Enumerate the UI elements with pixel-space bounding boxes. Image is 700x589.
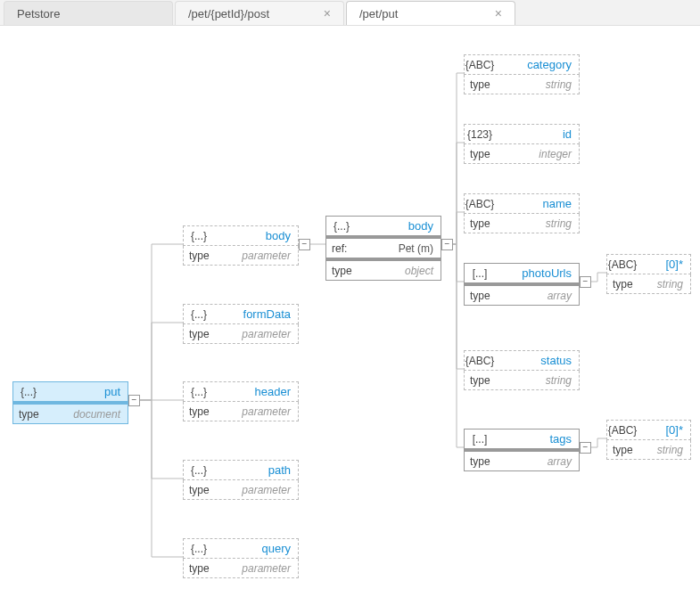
array-icon: [...] <box>465 433 495 446</box>
node-body-param[interactable]: {...}body typeparameter <box>183 225 299 266</box>
type-label: type <box>13 408 49 421</box>
node-path[interactable]: {...}path typeparameter <box>183 460 299 500</box>
braces-icon: {...} <box>184 308 214 321</box>
type-value: string <box>500 374 579 387</box>
abc-icon: {ABC} <box>607 424 638 437</box>
collapse-toggle[interactable]: − <box>580 276 591 288</box>
node-title: id <box>495 127 579 141</box>
node-title: put <box>44 385 128 398</box>
node-put[interactable]: {...}put typedocument <box>12 381 128 424</box>
type-value: parameter <box>219 328 298 340</box>
node-header[interactable]: {...}header typeparameter <box>183 381 299 421</box>
type-value: array <box>500 290 579 302</box>
abc-icon: {ABC} <box>607 258 638 271</box>
type-label: type <box>607 444 643 456</box>
collapse-toggle[interactable]: − <box>580 442 591 454</box>
type-label: type <box>184 328 219 340</box>
braces-icon: {...} <box>184 386 214 398</box>
collapse-toggle[interactable]: − <box>299 239 310 250</box>
collapse-toggle[interactable]: − <box>441 239 453 250</box>
node-name[interactable]: {ABC}name typestring <box>464 193 580 233</box>
array-icon: [...] <box>465 267 495 280</box>
node-tags-item[interactable]: {ABC}[0]* typestring <box>606 420 691 460</box>
type-value: parameter <box>219 250 298 262</box>
type-label: type <box>465 78 500 91</box>
type-value: string <box>500 78 579 91</box>
diagram-canvas: {...}put typedocument − {...}body typepa… <box>0 26 700 589</box>
type-label: type <box>465 455 500 468</box>
node-status[interactable]: {ABC}status typestring <box>464 350 580 390</box>
connector-lines <box>0 26 700 589</box>
type-value: object <box>362 265 441 277</box>
type-label: type <box>607 278 643 290</box>
tab-petstore[interactable]: Petstore <box>4 1 173 25</box>
type-label: type <box>465 217 500 230</box>
tab-label: /pet/{petId}/post <box>188 7 269 20</box>
app-frame: Petstore /pet/{petId}/post × /pet/put × <box>0 0 700 589</box>
type-label: type <box>465 374 500 387</box>
type-label: type <box>465 148 500 160</box>
type-value: parameter <box>219 484 298 496</box>
tab-bar: Petstore /pet/{petId}/post × /pet/put × <box>0 0 700 26</box>
type-label: type <box>184 250 219 262</box>
type-label: type <box>326 265 362 277</box>
close-icon[interactable]: × <box>495 7 502 20</box>
node-title: query <box>214 542 298 555</box>
node-title: name <box>495 197 579 210</box>
tab-label: Petstore <box>17 7 60 20</box>
node-title: header <box>214 385 298 398</box>
type-value: parameter <box>219 562 298 575</box>
ref-value: Pet (m) <box>362 242 441 255</box>
tab-pet-put[interactable]: /pet/put × <box>346 1 515 25</box>
close-icon[interactable]: × <box>324 7 331 20</box>
collapse-toggle[interactable]: − <box>128 395 140 406</box>
node-title: tags <box>495 432 579 446</box>
braces-icon: {...} <box>13 386 44 398</box>
type-label: type <box>184 562 219 575</box>
ref-label: ref: <box>326 242 362 255</box>
node-category[interactable]: {ABC}category typestring <box>464 54 580 94</box>
type-label: type <box>184 484 219 496</box>
node-title: path <box>214 463 298 477</box>
node-tags[interactable]: [...]tags typearray <box>464 429 580 471</box>
type-label: type <box>184 405 219 418</box>
node-body-object[interactable]: {...}body ref:Pet (m) typeobject <box>325 216 441 281</box>
node-photourls-item[interactable]: {ABC}[0]* typestring <box>606 254 691 294</box>
node-title: formData <box>214 307 298 321</box>
type-value: integer <box>500 148 579 160</box>
node-title: category <box>495 58 579 71</box>
node-photourls[interactable]: [...]photoUrls typearray <box>464 263 580 306</box>
type-value: string <box>500 217 579 230</box>
node-title: status <box>495 354 579 367</box>
node-id[interactable]: {123}id typeinteger <box>464 124 580 164</box>
node-title: photoUrls <box>495 266 579 280</box>
tab-pet-post[interactable]: /pet/{petId}/post × <box>175 1 344 25</box>
123-icon: {123} <box>465 128 495 141</box>
type-value: string <box>643 444 690 456</box>
type-value: string <box>643 278 690 290</box>
node-title: body <box>357 219 441 233</box>
node-formdata[interactable]: {...}formData typeparameter <box>183 304 299 344</box>
braces-icon: {...} <box>184 543 214 555</box>
node-query[interactable]: {...}query typeparameter <box>183 538 299 578</box>
abc-icon: {ABC} <box>465 59 495 71</box>
node-title: [0]* <box>638 423 690 437</box>
braces-icon: {...} <box>326 220 357 233</box>
node-title: [0]* <box>638 258 690 271</box>
abc-icon: {ABC} <box>465 198 495 210</box>
type-value: array <box>500 455 579 468</box>
node-title: body <box>214 229 298 242</box>
braces-icon: {...} <box>184 464 214 477</box>
braces-icon: {...} <box>184 230 214 242</box>
type-label: type <box>465 290 500 302</box>
abc-icon: {ABC} <box>465 355 495 367</box>
type-value: document <box>49 408 128 421</box>
type-value: parameter <box>219 405 298 418</box>
tab-label: /pet/put <box>359 7 398 20</box>
